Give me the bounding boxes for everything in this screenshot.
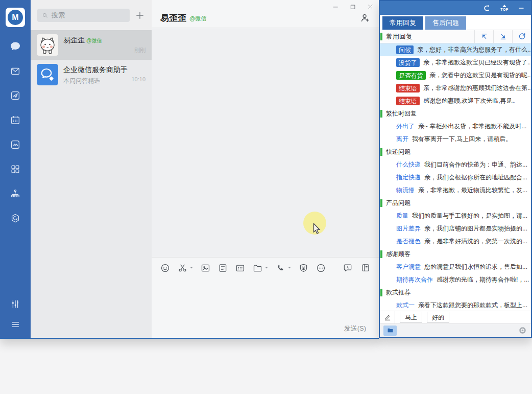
payment-button[interactable] bbox=[298, 263, 309, 273]
group-marker bbox=[380, 199, 382, 207]
more-button[interactable] bbox=[316, 263, 326, 273]
file-button[interactable] bbox=[217, 263, 228, 273]
reply-text: 亲，非常感谢您的惠顾我们这边会在第... bbox=[423, 84, 531, 92]
chat-list-panel: 搜索 易歪歪 @微信 刚刚 企业微信服务商助手 本周问答精选 bbox=[31, 0, 152, 338]
reply-text: 您的满意是我们永恒的追求，售后如... bbox=[424, 263, 527, 271]
new-chat-button[interactable] bbox=[135, 10, 145, 20]
message-input[interactable] bbox=[152, 278, 379, 319]
reply-label: 图片差异 bbox=[396, 224, 421, 233]
folder-button[interactable] bbox=[383, 326, 397, 336]
expand-all-icon[interactable] bbox=[493, 30, 512, 43]
quick-reply-item[interactable]: 款式一亲看下这款跟您要的那款款式，板型上... bbox=[380, 299, 531, 311]
sidebar-chat-icon[interactable] bbox=[0, 34, 31, 59]
reply-label: 什么快递 bbox=[396, 160, 421, 169]
quick-reply-item[interactable]: 物流慢亲，非常抱歉，最近物流比较繁忙，发... bbox=[380, 184, 531, 197]
reply-label: 是否褪色 bbox=[396, 237, 421, 246]
reply-group-title[interactable]: 款式推荐 bbox=[380, 286, 531, 299]
notes-button[interactable] bbox=[360, 263, 371, 273]
quick-reply-item[interactable]: 外出了亲~ 掌柜外出发货，非常抱歉不能及时... bbox=[380, 120, 531, 133]
quick-reply-item[interactable]: 结束语感谢您的惠顾,欢迎下次光临,再见。 bbox=[380, 95, 531, 107]
quick-reply-item[interactable]: 质量我们的质量与手工很好的，是实拍图，请... bbox=[380, 210, 531, 222]
quick-reply-item[interactable]: 客户满意您的满意是我们永恒的追求，售后如... bbox=[380, 261, 531, 273]
chat-list-item[interactable]: 企业微信服务商助手 本周问答精选 10:10 bbox=[31, 60, 152, 89]
reply-text: 感谢您的惠顾,欢迎下次光临,再见。 bbox=[423, 97, 519, 105]
reply-label: 离开 bbox=[396, 135, 408, 144]
screenshot-button[interactable] bbox=[177, 263, 194, 273]
tab-common-replies[interactable]: 常用回复 bbox=[382, 16, 423, 30]
call-button[interactable] bbox=[275, 263, 292, 273]
card-button[interactable] bbox=[235, 263, 246, 273]
sidebar-mail-icon[interactable] bbox=[0, 59, 31, 83]
wecom-logo-mark: M bbox=[8, 10, 23, 25]
file-icon bbox=[217, 263, 228, 273]
refresh-icon[interactable] bbox=[512, 30, 531, 43]
win-close-button[interactable] bbox=[361, 0, 379, 13]
quick-reply-item[interactable]: 图片差异亲，我们店铺的图片都是实物拍摄的... bbox=[380, 222, 531, 235]
reply-text: 亲~ 掌柜外出发货，非常抱歉不能及时... bbox=[418, 122, 526, 131]
reply-tag: 问候 bbox=[396, 45, 414, 54]
screenshot-icon bbox=[177, 263, 188, 273]
win-max-button[interactable] bbox=[344, 0, 361, 13]
image-button[interactable] bbox=[200, 263, 211, 273]
chat-item-preview bbox=[63, 47, 129, 54]
chat-item-name: 易歪歪 @微信 bbox=[63, 36, 129, 45]
quick-phrase-button[interactable]: 马上 bbox=[400, 312, 422, 323]
chat-history-button[interactable] bbox=[343, 263, 353, 273]
quick-reply-item[interactable]: 指定快递亲，我们会根据你所在的地址匹配合... bbox=[380, 171, 531, 184]
quick-reply-item[interactable]: 没货了亲，非常抱歉这款宝贝已经没有现货了... bbox=[380, 56, 531, 69]
caret-down-icon[interactable] bbox=[287, 266, 292, 270]
chat-list-item[interactable]: 易歪歪 @微信 刚刚 bbox=[31, 30, 152, 60]
quick-phrase-bar: 马上好的 bbox=[380, 311, 531, 323]
reply-label: 期待再次合作 bbox=[396, 275, 433, 284]
sidebar-workbench-icon[interactable] bbox=[0, 157, 31, 181]
send-button[interactable]: 发送(S) bbox=[344, 324, 366, 333]
quick-reply-list: 问候亲，您好，非常高兴为您服务了，有什么... 没货了亲，非常抱歉这款宝贝已经没… bbox=[380, 43, 531, 311]
quick-reply-item[interactable]: 期待再次合作感谢亲的光临，期待再合作啦!，... bbox=[380, 273, 531, 286]
caret-down-icon[interactable] bbox=[264, 266, 269, 270]
reply-tag: 是否有货 bbox=[396, 71, 426, 80]
sidebar-apps-icon[interactable] bbox=[0, 206, 31, 230]
quick-reply-item[interactable]: 离开我有事离开一下,马上回来，请稍后。 bbox=[380, 133, 531, 146]
sidebar-docs-icon[interactable] bbox=[0, 83, 31, 108]
quick-reply-item[interactable]: 问候亲，您好，非常高兴为您服务了，有什么... bbox=[380, 43, 531, 56]
settings-gear-icon[interactable] bbox=[518, 326, 527, 335]
chat-item-time: 10:10 bbox=[131, 76, 146, 83]
composer: 发送(S) bbox=[152, 257, 379, 338]
call-icon bbox=[275, 263, 286, 273]
image-icon bbox=[200, 263, 211, 273]
reply-text: 亲看下这款跟您要的那款款式，板型上... bbox=[418, 301, 527, 310]
quick-reply-item[interactable]: 什么快递我们目前合作的快递为：申通、韵达... bbox=[380, 158, 531, 171]
reply-list-header-title: 常用回复 bbox=[386, 32, 474, 41]
collapse-all-icon[interactable] bbox=[474, 30, 493, 43]
folder-button[interactable] bbox=[252, 263, 269, 273]
reply-group-title[interactable]: 感谢顾客 bbox=[380, 248, 531, 261]
reply-group-title[interactable]: 产品问题 bbox=[380, 197, 531, 210]
quick-reply-item[interactable]: 是否有货亲，您看中的这款宝贝是有现货的呢... bbox=[380, 69, 531, 82]
caret-down-icon[interactable] bbox=[189, 266, 194, 270]
sidebar-calendar-icon[interactable] bbox=[0, 108, 31, 132]
tab-after-sales[interactable]: 售后问题 bbox=[425, 16, 466, 30]
sidebar-gallery-icon[interactable] bbox=[0, 132, 31, 157]
quick-reply-item[interactable]: 结束语亲，非常感谢您的惠顾我们这边会在第... bbox=[380, 82, 531, 95]
add-member-icon[interactable] bbox=[359, 12, 371, 24]
sidebar-menu-icon[interactable] bbox=[0, 314, 31, 335]
magnet-icon[interactable] bbox=[483, 4, 491, 12]
message-area[interactable] bbox=[152, 28, 379, 257]
sidebar-filter-icon[interactable] bbox=[0, 294, 31, 314]
group-marker bbox=[380, 110, 382, 118]
reply-list-header: 常用回复 bbox=[380, 30, 531, 43]
quick-reply-item[interactable]: 是否褪色亲，是非常好清洗的，您第一次洗的... bbox=[380, 235, 531, 248]
reply-group-title[interactable]: 快递问题 bbox=[380, 146, 531, 158]
edit-pencil-icon[interactable] bbox=[380, 311, 395, 323]
minimize-icon[interactable] bbox=[518, 5, 525, 12]
win-min-button[interactable] bbox=[327, 0, 344, 13]
reply-group-title[interactable]: 繁忙时回复 bbox=[380, 107, 531, 120]
sidebar-org-icon[interactable] bbox=[0, 181, 31, 206]
search-icon bbox=[41, 12, 49, 19]
mouse-cursor bbox=[311, 223, 322, 235]
pin-top-icon[interactable]: TOP bbox=[500, 5, 509, 11]
emoji-button[interactable] bbox=[160, 263, 171, 273]
search-input[interactable]: 搜索 bbox=[37, 9, 130, 22]
chat-item-preview: 本周问答精选 bbox=[63, 77, 126, 84]
quick-phrase-button[interactable]: 好的 bbox=[427, 312, 449, 323]
